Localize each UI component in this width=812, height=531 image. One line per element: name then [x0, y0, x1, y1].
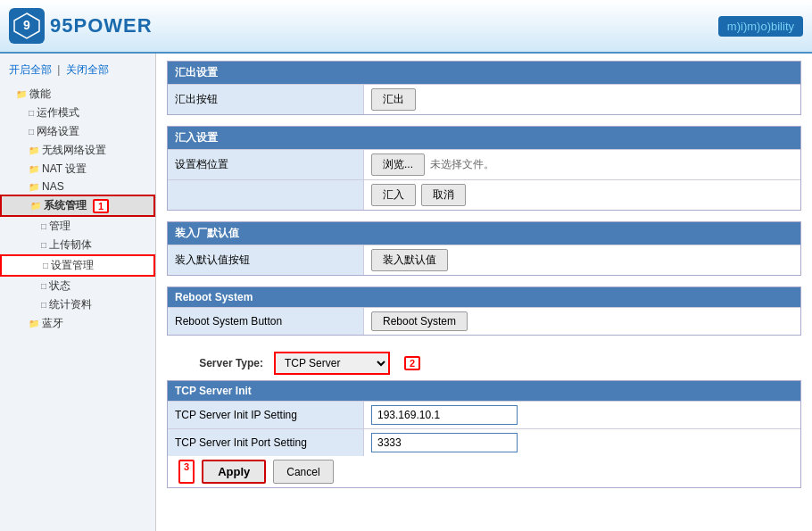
- import-button[interactable]: 汇入: [371, 184, 416, 206]
- badge-1: 1: [93, 199, 109, 213]
- import-cancel-button[interactable]: 取消: [421, 184, 466, 206]
- sidebar-item-label: 系统管理: [44, 198, 87, 213]
- logo: 9 95POWER: [9, 8, 153, 44]
- content-area: 汇出设置 汇出按钮 汇出 汇入设置 设置档位置 浏览... 未选择文件。: [156, 54, 812, 531]
- import-section: 汇入设置 设置档位置 浏览... 未选择文件。 汇入 取消: [167, 126, 801, 211]
- logo-icon: 9: [9, 8, 45, 44]
- reboot-button[interactable]: Reboot System: [371, 311, 468, 331]
- sidebar-item-label: 状态: [49, 278, 70, 294]
- reboot-button-label: Reboot System Button: [168, 308, 364, 335]
- sidebar-item-label: NAT 设置: [42, 162, 87, 177]
- tcp-ip-input[interactable]: [371, 405, 518, 425]
- sidebar-item-nas[interactable]: 📁 NAS: [0, 178, 155, 195]
- close-all-link[interactable]: 关闭全部: [66, 63, 109, 76]
- sidebar-item-label: 运作模式: [37, 105, 79, 120]
- mimo-logo: m)i)m)o)bility: [718, 16, 803, 37]
- tcp-header: TCP Server Init: [168, 381, 800, 401]
- export-button[interactable]: 汇出: [371, 88, 416, 111]
- import-action-cell: 汇入 取消: [364, 180, 800, 210]
- sidebar-item-weino[interactable]: 📁 微能: [0, 85, 155, 104]
- page-icon: □: [41, 300, 46, 310]
- page-icon: □: [41, 281, 46, 291]
- tcp-port-row: TCP Server Init Port Setting: [168, 428, 800, 456]
- factory-label: 装入默认值按钮: [168, 245, 364, 275]
- main-layout: 开启全部 | 关闭全部 📁 微能 □ 运作模式 □ 网络设置 📁 无线网络设置 …: [0, 54, 812, 531]
- sidebar-item-label: 无线网络设置: [42, 143, 106, 158]
- no-file-text: 未选择文件。: [430, 157, 494, 172]
- tcp-port-cell: [364, 429, 800, 456]
- import-action-row: 汇入 取消: [168, 179, 800, 210]
- reboot-section: Reboot System Reboot System Button Reboo…: [167, 286, 801, 336]
- tcp-ip-row: TCP Server Init IP Setting: [168, 401, 800, 428]
- server-type-row: Server Type: TCP Server UDP Server TCP C…: [167, 346, 801, 380]
- page-icon: □: [43, 261, 48, 270]
- folder-icon: 📁: [16, 89, 27, 99]
- header: 9 95POWER m)i)m)o)bility: [0, 0, 812, 54]
- export-header: 汇出设置: [168, 62, 800, 84]
- import-location-label: 设置档位置: [168, 150, 364, 179]
- import-action-empty: [168, 180, 364, 210]
- reboot-row: Reboot System Button Reboot System: [168, 307, 800, 335]
- sidebar-item-upload[interactable]: □ 上传韧体: [0, 236, 155, 254]
- tcp-port-input[interactable]: [371, 433, 518, 452]
- mimo-text: m)i)m)o)bility: [727, 20, 794, 33]
- factory-header: 装入厂默认值: [168, 222, 800, 245]
- page-icon: □: [41, 240, 46, 250]
- folder-icon: 📁: [30, 201, 41, 211]
- badge-3: 3: [178, 460, 195, 484]
- server-type-label: Server Type:: [174, 357, 263, 369]
- folder-icon: 📁: [29, 145, 39, 155]
- page-icon: □: [41, 221, 46, 231]
- folder-icon: 📁: [29, 319, 39, 328]
- page-icon: □: [29, 108, 34, 118]
- sidebar-item-label: 网络设置: [37, 124, 79, 139]
- server-type-select[interactable]: TCP Server UDP Server TCP Client UDP Cli…: [274, 352, 390, 375]
- browse-button[interactable]: 浏览...: [371, 153, 425, 176]
- sidebar-item-label: 蓝牙: [42, 316, 63, 331]
- load-defaults-button[interactable]: 装入默认值: [371, 249, 448, 271]
- sidebar-item-label: NAS: [42, 180, 64, 193]
- reboot-cell: Reboot System: [364, 308, 800, 335]
- factory-section: 装入厂默认值 装入默认值按钮 装入默认值: [167, 221, 801, 276]
- sidebar-item-nat-settings[interactable]: 📁 NAT 设置: [0, 160, 155, 178]
- sidebar-item-management[interactable]: □ 管理: [0, 217, 155, 236]
- tcp-section: TCP Server Init TCP Server Init IP Setti…: [167, 380, 801, 488]
- export-row: 汇出按钮 汇出: [168, 84, 800, 114]
- sidebar: 开启全部 | 关闭全部 📁 微能 □ 运作模式 □ 网络设置 📁 无线网络设置 …: [0, 54, 156, 531]
- export-button-label: 汇出按钮: [168, 85, 364, 114]
- sidebar-item-settings-mgmt[interactable]: □ 设置管理: [0, 254, 155, 277]
- tcp-port-label: TCP Server Init Port Setting: [168, 429, 364, 456]
- import-location-cell: 浏览... 未选择文件。: [364, 150, 800, 179]
- factory-cell: 装入默认值: [364, 245, 800, 275]
- sidebar-item-label: 统计资料: [49, 297, 92, 312]
- sidebar-item-wireless-settings[interactable]: 📁 无线网络设置: [0, 141, 155, 160]
- reboot-header: Reboot System: [168, 287, 800, 307]
- logo-text: 95POWER: [50, 14, 153, 37]
- sidebar-item-status[interactable]: □ 状态: [0, 277, 155, 295]
- open-all-link[interactable]: 开启全部: [9, 63, 52, 76]
- cancel-button[interactable]: Cancel: [273, 460, 333, 484]
- svg-text:9: 9: [23, 18, 30, 32]
- tcp-ip-label: TCP Server Init IP Setting: [168, 402, 364, 428]
- folder-icon: 📁: [29, 182, 39, 192]
- sidebar-item-label: 微能: [29, 87, 51, 102]
- sidebar-item-stats[interactable]: □ 统计资料: [0, 295, 155, 314]
- tcp-ip-cell: [364, 402, 800, 428]
- apply-button[interactable]: Apply: [202, 460, 266, 484]
- apply-row: 3 Apply Cancel: [168, 456, 800, 487]
- sidebar-item-system-admin[interactable]: 📁 系统管理 1: [0, 195, 155, 217]
- sidebar-item-network-settings[interactable]: □ 网络设置: [0, 122, 155, 141]
- sidebar-item-operation-mode[interactable]: □ 运作模式: [0, 104, 155, 122]
- import-header: 汇入设置: [168, 127, 800, 149]
- export-button-cell: 汇出: [364, 85, 800, 114]
- sidebar-item-bluetooth[interactable]: 📁 蓝牙: [0, 314, 155, 333]
- factory-row: 装入默认值按钮 装入默认值: [168, 245, 800, 275]
- export-section: 汇出设置 汇出按钮 汇出: [167, 61, 801, 115]
- sidebar-item-label: 上传韧体: [49, 237, 92, 253]
- folder-icon: 📁: [29, 164, 39, 174]
- badge-2: 2: [404, 356, 420, 370]
- page-icon: □: [29, 127, 34, 137]
- sidebar-top-links: 开启全部 | 关闭全部: [0, 58, 155, 85]
- sidebar-item-label: 设置管理: [51, 258, 94, 273]
- import-location-row: 设置档位置 浏览... 未选择文件。: [168, 149, 800, 179]
